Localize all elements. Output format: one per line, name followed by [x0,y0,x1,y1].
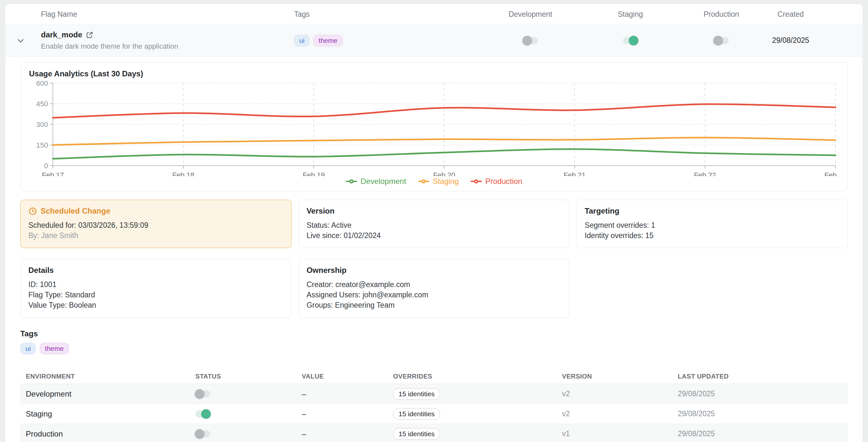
environment-value: – [302,430,393,438]
production-status-toggle[interactable] [195,431,210,438]
creator: Creator: creator@example.com [307,279,562,290]
environment-last-updated: 29/08/2025 [678,409,848,418]
toggle-knob [195,429,205,439]
ownership-title: Ownership [307,266,562,275]
overrides-badge[interactable]: 15 identities [393,388,440,400]
table-row-production: Production – 15 identities v1 29/08/2025 [20,424,848,442]
chart-title: Usage Analytics (Last 30 Days) [29,69,839,78]
environment-version: v2 [562,409,678,418]
scheduled-by: By: Jane Smith [28,230,283,241]
table-row-development: Development – 15 identities v2 29/08/202… [20,384,848,404]
svg-text:Feb 17: Feb 17 [42,171,64,176]
tag-ui[interactable]: ui [20,343,36,354]
legend-marker-icon [470,178,482,184]
tag-theme[interactable]: theme [40,343,69,354]
environment-last-updated: 29/08/2025 [678,430,848,438]
col-header-tags: Tags [294,10,482,19]
svg-text:450: 450 [36,100,48,108]
scheduled-change-card: Scheduled Change Scheduled for: 03/03/20… [20,200,291,248]
version-title: Version [307,206,562,215]
col-header-version: VERSION [562,373,678,380]
usage-analytics-card: Usage Analytics (Last 30 Days) 015030045… [20,62,848,191]
external-link-icon[interactable] [86,31,93,39]
environment-name: Production [26,430,195,438]
col-header-created: Created [777,10,804,19]
environment-version: v1 [562,430,678,438]
svg-text:0: 0 [44,162,48,170]
svg-text:Feb 21: Feb 21 [564,171,586,176]
environments-table-header: ENVIRONMENT STATUS VALUE OVERRIDES VERSI… [20,369,848,384]
flag-tag-theme[interactable]: theme [313,35,342,46]
ownership-card: Ownership Creator: creator@example.com A… [299,259,570,318]
legend-item-development[interactable]: Development [346,177,406,186]
legend-marker-icon [346,178,357,184]
value-type: Value Type: Boolean [28,300,283,310]
development-toggle[interactable] [523,37,538,44]
col-header-staging: Staging [618,10,643,19]
toggle-knob [522,36,532,45]
development-status-toggle[interactable] [195,390,210,398]
svg-text:300: 300 [36,121,48,129]
segment-overrides: Segment overrides: 1 [585,220,840,230]
created-date: 29/08/2025 [772,36,809,45]
svg-text:600: 600 [36,81,48,87]
environment-name: Development [26,389,195,399]
staging-toggle[interactable] [623,37,638,44]
flag-name: dark_mode [41,30,82,39]
table-row-staging: Staging – 15 identities v2 29/08/2025 [20,404,848,424]
svg-text:Feb 18: Feb 18 [172,171,194,176]
legend-item-staging[interactable]: Staging [418,177,459,186]
environment-last-updated: 29/08/2025 [678,389,848,398]
info-cards-grid: Scheduled Change Scheduled for: 03/03/20… [20,200,848,318]
col-header-production: Production [704,10,739,19]
production-toggle[interactable] [714,37,729,44]
version-status: Status: Active [307,220,562,230]
staging-status-toggle[interactable] [195,410,210,417]
overrides-badge[interactable]: 15 identities [393,428,440,440]
overrides-badge[interactable]: 15 identities [393,408,440,420]
svg-text:Feb 19: Feb 19 [303,171,325,176]
col-header-development: Development [508,10,552,19]
col-header-overrides: OVERRIDES [393,373,562,380]
empty-grid-cell [577,259,848,318]
toggle-knob [629,36,639,45]
assigned-users: Assigned Users: john@example.com [307,290,562,300]
tags-section: Tags ui theme [20,329,848,354]
chevron-down-icon [16,36,26,45]
clock-icon [28,207,37,215]
environment-value: – [302,409,393,418]
details-card: Details ID: 1001 Flag Type: Standard Val… [20,259,291,318]
scheduled-change-title: Scheduled Change [41,206,110,215]
col-header-status: STATUS [195,373,302,380]
toggle-knob [201,409,211,419]
targeting-card: Targeting Segment overrides: 1 Identity … [577,200,848,248]
col-header-flag-name: Flag Name [35,10,294,19]
expand-chevron[interactable] [5,36,35,45]
environment-version: v2 [562,389,678,398]
version-live-since: Live since: 01/02/2024 [307,230,562,241]
toggle-knob [713,36,723,45]
usage-chart-svg: 0150300450600Feb 17Feb 18Feb 19Feb 20Feb… [29,81,839,176]
toggle-knob [195,389,205,399]
chart-legend: DevelopmentStagingProduction [29,177,839,186]
flag-tag-ui[interactable]: ui [294,35,310,46]
col-header-environment: ENVIRONMENT [26,373,195,380]
environments-table: ENVIRONMENT STATUS VALUE OVERRIDES VERSI… [20,369,848,442]
environment-name: Staging [26,409,195,418]
groups: Groups: Engineering Team [307,300,562,310]
tags-section-title: Tags [20,329,848,338]
svg-text:Feb 20: Feb 20 [433,171,455,176]
flag-table-header: Flag Name Tags Development Staging Produ… [5,4,863,24]
details-title: Details [28,266,283,275]
col-header-value: VALUE [302,373,393,380]
flag-type: Flag Type: Standard [28,290,283,300]
flag-detail-panel: Usage Analytics (Last 30 Days) 015030045… [5,57,863,442]
scheduled-for: Scheduled for: 03/03/2026, 13:59:09 [28,220,283,230]
legend-item-production[interactable]: Production [470,177,522,186]
flag-panel: Flag Name Tags Development Staging Produ… [5,4,863,442]
targeting-title: Targeting [585,206,840,215]
flag-row[interactable]: dark_mode Enable dark mode theme for the… [5,24,863,57]
col-header-last-updated: LAST UPDATED [678,373,848,380]
svg-text:Feb 22: Feb 22 [694,171,716,176]
flag-id: ID: 1001 [28,279,283,290]
